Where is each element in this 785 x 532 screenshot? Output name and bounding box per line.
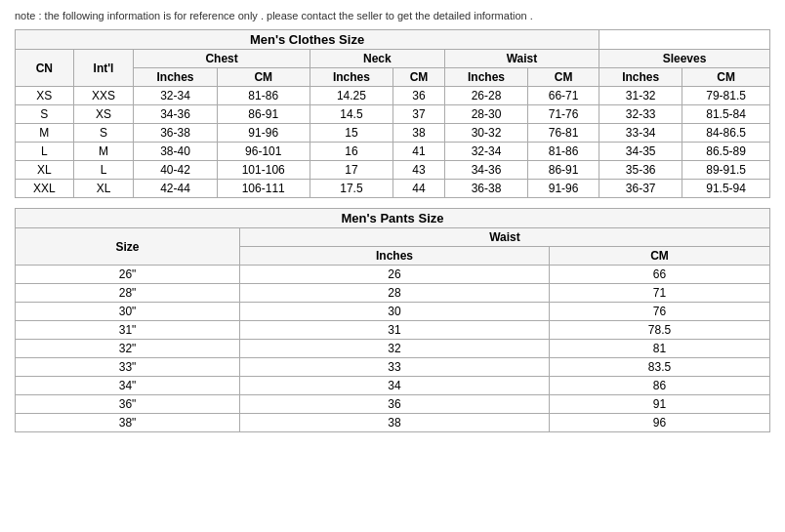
cn-header: CN	[16, 50, 74, 87]
chest-cm-header: CM	[217, 68, 310, 87]
clothes-table-row: SXS34-3686-9114.53728-3071-7632-3381.5-8…	[16, 105, 770, 124]
clothes-table-row: XSXXS32-3481-8614.253626-2866-7131-3279-…	[16, 87, 770, 105]
chest-inches-header: Inches	[134, 68, 217, 87]
sleeve-cm-header: CM	[682, 68, 770, 87]
neck-cm-header: CM	[393, 68, 445, 87]
clothes-table-row: XLL40-42101-106174334-3686-9135-3689-91.…	[16, 161, 770, 180]
pants-table-row: 32"3281	[16, 340, 770, 358]
pants-table-row: 36"3691	[16, 395, 770, 414]
clothes-table-row: MS36-3891-96153830-3276-8133-3484-86.5	[16, 124, 770, 143]
intl-header: Int'l	[73, 50, 134, 87]
pants-table-row: 28"2871	[16, 284, 770, 303]
pants-table-row: 30"3076	[16, 303, 770, 321]
waist-inches-header: Inches	[444, 68, 527, 87]
pants-inches-header: Inches	[240, 247, 550, 266]
pants-table-row: 33"3383.5	[16, 358, 770, 377]
pants-table-row: 26"2666	[16, 266, 770, 284]
pants-table-row: 38"3896	[16, 414, 770, 432]
waist-cm-header: CM	[528, 68, 599, 87]
waist-header: Waist	[444, 50, 599, 68]
clothes-table-row: XXLXL42-44106-11117.54436-3891-9636-3791…	[16, 180, 770, 198]
pants-table-title: Men's Pants Size	[16, 209, 770, 228]
pants-cm-header: CM	[550, 247, 770, 266]
sleeves-header: Sleeves	[599, 50, 770, 68]
pants-table-row: 34"3486	[16, 377, 770, 395]
pants-waist-header: Waist	[240, 228, 770, 247]
pants-size-table: Men's Pants Size Size Waist Inches CM 26…	[15, 208, 770, 432]
clothes-table-row: LM38-4096-101164132-3481-8634-3586.5-89	[16, 143, 770, 161]
note-text: note : the following information is for …	[15, 10, 770, 21]
clothes-size-table: Men's Clothes Size CN Int'l Chest Neck W…	[15, 29, 770, 198]
clothes-table-title: Men's Clothes Size	[16, 30, 599, 50]
neck-inches-header: Inches	[310, 68, 392, 87]
size-header: Size	[16, 228, 240, 266]
sleeve-inches-header: Inches	[599, 68, 682, 87]
neck-header: Neck	[310, 50, 444, 68]
chest-header: Chest	[134, 50, 310, 68]
pants-table-row: 31"3178.5	[16, 321, 770, 340]
